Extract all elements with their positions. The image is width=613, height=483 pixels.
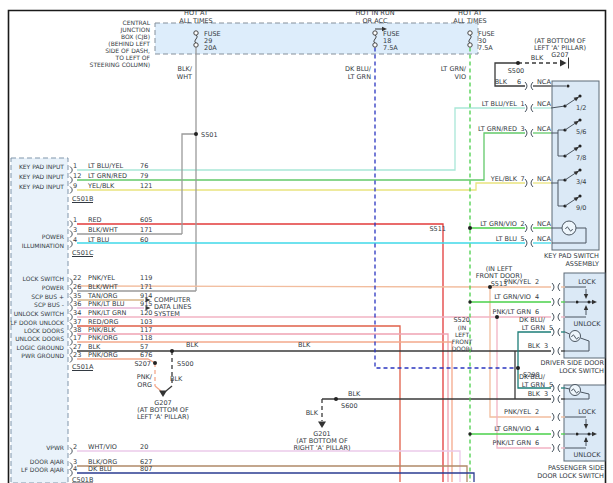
wire-color-label: VIO [455,73,466,81]
pin-number: 35 [73,292,81,300]
wire-color-label: BLK [528,342,541,350]
connector-label: C501B [72,476,93,483]
module-left-label: LF DOOR UNLOCK [10,319,65,326]
wire-color-label: BLK/WHT [88,283,118,291]
pin-number: 38 [73,326,81,334]
wire-color-label: BLK [88,343,101,351]
pin-number: 5 [549,324,553,332]
switch-position-label: 7/8 [576,154,586,162]
module-left-label: KEY PAD INPUT [19,183,64,190]
power-source-label: ALL TIMES [453,17,486,25]
circuit-number: 605 [140,216,152,224]
splice-label: S207 [134,360,151,368]
pin-number: 2 [73,443,77,451]
splice-location-label: DOOR) [452,345,473,352]
splice-dot [576,301,579,304]
module-left-label: LOCK SWITCH [23,275,64,282]
cjb-name-label: TO LEFT OF [114,54,150,61]
pin-number: 6 [535,439,539,447]
wire-color-label: RED/ORG [88,318,119,326]
wire-color-label: BLK [495,78,508,86]
circuit-number: 121 [140,182,152,190]
switch-position-label: 5/6 [576,128,586,136]
wire-color-label: PNK/ [137,373,153,381]
nca-label: NCA [537,175,551,183]
nca-label: NCA [537,100,551,108]
circuit-number: 807 [140,465,152,473]
pin-number: 2 [535,278,539,286]
connector-label: C501B [72,195,93,203]
module-left-label: LF DOOR AJAR [21,466,64,474]
cjb-name-label: (BEHIND LEFT [108,40,150,47]
circuit-number: 171 [140,226,152,234]
switch-position-label: UNLOCK [574,320,602,328]
cjb-name-label: SIDE OF DASH, [105,47,150,54]
wire-color-label: LT BLU [496,235,518,243]
splice-label: S600 [341,402,358,410]
wire-color-label: BLK [531,54,544,62]
splice-dot [468,226,472,230]
pin-number: 1 [73,162,77,170]
splice-label: S500 [508,67,525,75]
wiring-diagram-page: HOT ATALL TIMESHOT IN RUNOR ACCHOT ATALL… [0,0,613,483]
component-label: LOCK SWITCH [559,367,604,375]
nca-label: NCA [537,125,551,133]
wire-color-label: LT GRN [522,324,545,332]
component-label: KEY PAD SWITCH [544,252,599,260]
ground-location-label: RIGHT 'A' PILLAR) [293,444,350,452]
connector-label: C501A [72,363,94,371]
pin-number: 5 [521,235,525,243]
pin-number: 3 [544,390,548,398]
wire-color-label: LT GRN/RED [478,125,517,133]
pin-number: 2 [535,408,539,416]
connector-label: C501C [72,249,94,257]
wire-color-label: RED [88,216,102,224]
wire-color-label: WHT/VIO [88,443,117,451]
switch-position-label: UNLOCK [574,451,602,459]
pin-number: 27 [73,343,81,351]
ground-id-label: G207 [551,51,568,59]
splice-label: S520 [453,316,470,324]
splice-label: S501 [201,131,218,139]
wire-color-label: BLK [306,409,319,417]
wire-color-label: LT GRN/VIO [480,220,517,228]
switch-position-label: LOCK [578,408,596,416]
component-label: ASSEMBLY [565,260,599,268]
module-left-label: DOOR AJAR [30,458,64,466]
component-label: DRIVER SIDE DOOR [540,359,604,367]
splice-location-label: LEFT [455,331,469,338]
module-left-label: POWER [42,233,64,240]
splice-dot [588,301,591,304]
switch-position-label: LOCK [578,278,596,286]
circuit-number: 20 [140,443,148,451]
pin-number: 26 [73,283,81,291]
splice-dot [468,300,471,303]
wire-color-label: BLK/WHT [88,226,118,234]
pin-number: 17 [73,334,81,342]
module-left-label: LOGIC GROUND [17,344,65,351]
pin-number: 7 [521,175,525,183]
fuse-icon [373,31,377,35]
splice-dot [576,433,579,436]
circuit-number: 118 [140,334,152,342]
fuse-label: 7.5A [383,44,398,52]
circuit-number: 57 [140,343,148,351]
circuit-number: 103 [140,318,152,326]
fuse-icon [194,43,198,47]
switch-position-label: 3/4 [576,178,586,186]
pin-number: 4 [73,236,77,244]
module-left-label: KEY PAD INPUT [19,173,64,180]
circuit-number: 79 [140,172,148,180]
ground-location-label: LEFT 'A' PILLAR) [137,413,189,421]
pin-number: 36 [73,300,81,308]
module-left-label: SCP BUS + [31,293,64,300]
module-left-label: KEY PAD INPUT [19,163,64,170]
module-left-label: LOCK DOORS [24,327,64,334]
fuse-label: 20A [204,44,217,52]
keyless-entry-wiring-diagram: HOT ATALL TIMESHOT IN RUNOR ACCHOT ATALL… [0,0,613,483]
splice-location-label: (IN [458,324,467,331]
wire-color-label: YEL/BLK [490,175,518,183]
wire-color-label: LT GRN/VIO [494,425,531,433]
module-left-label: PWR GROUND [21,352,64,359]
wire-color-label: DK BLU/ [519,316,546,324]
